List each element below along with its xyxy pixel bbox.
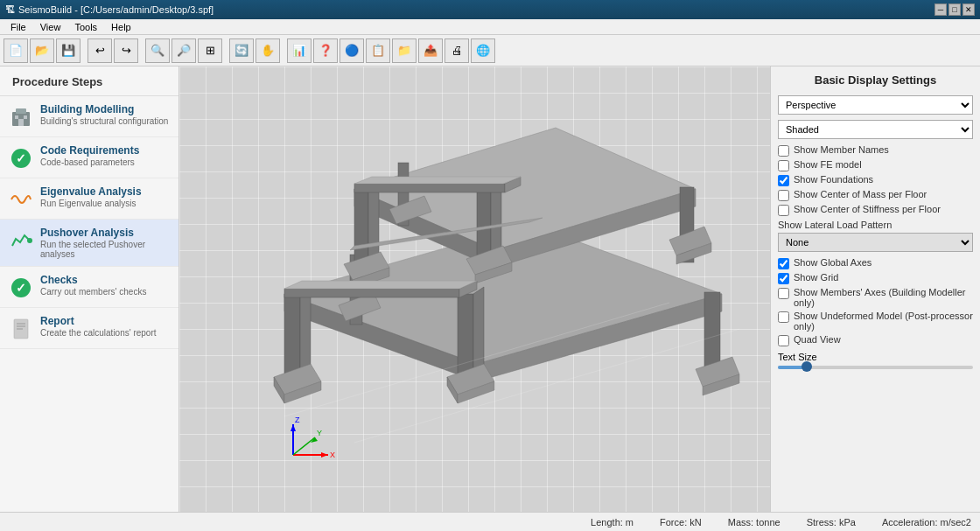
menu-help[interactable]: Help [104,19,138,34]
toolbar-new[interactable]: 📄 [4,38,28,63]
code-requirements-content: Code Requirements Code-based parameters [40,144,170,167]
building-3d-model [179,66,757,512]
main-layout: Procedure Steps Building Modelling Build… [0,66,980,512]
panel-title: Basic Display Settings [778,73,973,87]
building-modelling-title: Building Modelling [40,103,170,115]
svg-rect-4 [24,115,27,119]
lateral-load-label: Show Lateral Load Pattern [778,220,973,230]
label-center-stiffness: Show Center of Stiffness per Floor [794,204,941,214]
check-center-stiffness[interactable]: Show Center of Stiffness per Floor [778,204,973,216]
toolbar-zoom-fit[interactable]: ⊞ [198,38,222,63]
render-dropdown[interactable]: Shaded Wireframe Solid [778,120,973,139]
checkbox-foundations[interactable] [778,175,789,186]
menu-tools[interactable]: Tools [67,19,104,34]
pushover-title: Pushover Analysis [40,227,170,239]
toolbar-redo[interactable]: ↪ [114,38,138,63]
sidebar-item-building-modelling[interactable]: Building Modelling Building's structural… [0,96,178,137]
eigenvalue-title: Eigenvalue Analysis [40,185,170,198]
label-foundations: Show Foundations [794,174,873,185]
status-acceleration: Acceleration: m/sec2 [882,517,971,528]
svg-rect-1 [16,108,26,114]
checkbox-quad-view[interactable] [778,335,789,346]
svg-rect-22 [354,189,368,268]
sidebar-item-checks[interactable]: ✓ Checks Carry out members' checks [0,267,178,308]
building-icon [9,105,33,129]
toolbar-btn-1[interactable]: 📊 [287,38,312,63]
maximize-button[interactable]: □ [948,3,961,16]
lateral-load-dropdown[interactable]: None [778,233,973,252]
checkbox-fe-model[interactable] [778,160,789,171]
sidebar-title: Procedure Steps [0,66,178,96]
label-global-axes: Show Global Axes [794,257,872,268]
title-bar-left: 🏗 SeismoBuild - [C:/Users/admin/Desktop/… [5,4,214,15]
check-undeformed[interactable]: Show Undeformed Model (Post-processor on… [778,311,973,332]
menu-bar: File View Tools Help [0,19,980,35]
svg-text:X: X [330,451,335,459]
label-quad-view: Quad View [794,334,841,345]
toolbar-btn-2[interactable]: 🔵 [340,38,364,63]
svg-marker-49 [284,281,477,289]
check-fe-model[interactable]: Show FE model [778,159,973,171]
sidebar-item-pushover[interactable]: Pushover Analysis Run the selected Pusho… [0,220,178,267]
toolbar-open[interactable]: 📂 [30,38,54,63]
checkbox-global-axes[interactable] [778,258,789,269]
title-bar: 🏗 SeismoBuild - [C:/Users/admin/Desktop/… [0,0,980,19]
status-stress: Stress: kPa [807,517,856,528]
toolbar-save[interactable]: 💾 [56,38,80,63]
toolbar-btn-5[interactable]: 📤 [418,38,443,63]
label-fe-model: Show FE model [794,159,862,170]
close-button[interactable]: ✕ [962,3,975,16]
building-modelling-content: Building Modelling Building's structural… [40,103,170,126]
status-mass: Mass: tonne [728,517,780,528]
report-content: Report Create the calculations' report [40,315,170,338]
checks-title: Checks [40,274,170,286]
check-global-axes[interactable]: Show Global Axes [778,257,973,269]
toolbar-btn-3[interactable]: 📋 [366,38,390,63]
eigenvalue-content: Eigenvalue Analysis Run Eigenvalue analy… [40,185,170,208]
check-member-names[interactable]: Show Member Names [778,144,973,157]
eigenvalue-icon [9,187,33,212]
viewport[interactable]: Z X Y [179,66,770,512]
check-quad-view[interactable]: Quad View [778,334,973,346]
label-member-names: Show Member Names [794,144,889,155]
slider-thumb[interactable] [802,361,812,372]
sidebar-item-eigenvalue[interactable]: Eigenvalue Analysis Run Eigenvalue analy… [0,178,178,220]
sidebar-item-code-requirements[interactable]: ✓ Code Requirements Code-based parameter… [0,137,178,178]
toolbar-btn-6[interactable]: 🖨 [444,38,469,63]
checkbox-undeformed[interactable] [778,311,789,323]
toolbar-zoom-in[interactable]: 🔍 [145,38,170,63]
code-req-icon: ✓ [9,146,33,171]
checkbox-center-mass[interactable] [778,190,789,201]
toolbar-zoom-out[interactable]: 🔎 [172,38,196,63]
toolbar-undo[interactable]: ↩ [88,38,112,63]
report-desc: Create the calculations' report [40,328,170,338]
check-members-axes[interactable]: Show Members' Axes (Building Modeller on… [778,287,973,308]
check-center-mass[interactable]: Show Center of Mass per Floor [778,189,973,201]
checkbox-grid[interactable] [778,273,789,284]
toolbar-globe[interactable]: 🌐 [471,38,495,63]
checkbox-members-axes[interactable] [778,288,789,299]
minimize-button[interactable]: ─ [934,3,947,16]
title-bar-controls[interactable]: ─ □ ✕ [934,3,975,16]
check-grid[interactable]: Show Grid [778,272,973,284]
checks-content: Checks Carry out members' checks [40,274,170,297]
text-size-slider[interactable] [778,366,973,369]
view-dropdown[interactable]: Perspective Top Front Side [778,95,973,115]
toolbar-pan[interactable]: ✋ [256,38,280,63]
checkbox-center-stiffness[interactable] [778,205,789,216]
checks-icon: ✓ [9,276,33,300]
sidebar-item-report[interactable]: Report Create the calculations' report [0,308,178,349]
svg-marker-57 [321,452,328,458]
checkbox-member-names[interactable] [778,145,789,157]
menu-file[interactable]: File [4,19,33,34]
menu-view[interactable]: View [33,19,68,34]
code-requirements-title: Code Requirements [40,144,170,157]
svg-point-5 [27,238,32,243]
label-grid: Show Grid [794,272,838,283]
toolbar-help[interactable]: ❓ [313,38,338,63]
label-undeformed: Show Undeformed Model (Post-processor on… [794,311,973,332]
toolbar-btn-4[interactable]: 📁 [392,38,416,63]
toolbar-rotate[interactable]: 🔄 [229,38,254,63]
check-foundations[interactable]: Show Foundations [778,174,973,186]
app-logo: 🏗 [5,4,15,15]
